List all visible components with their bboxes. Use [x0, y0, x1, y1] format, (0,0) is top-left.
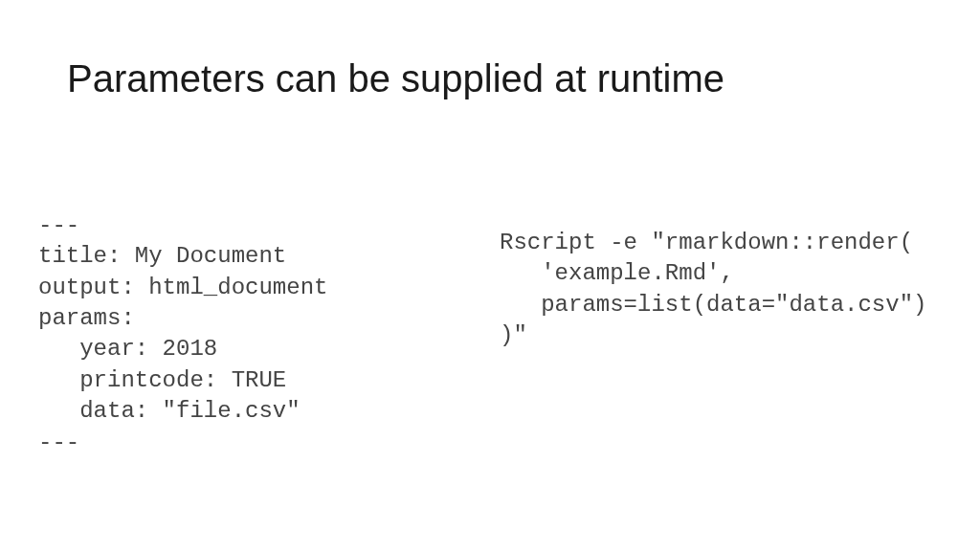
slide-container: Parameters can be supplied at runtime --… — [0, 0, 980, 551]
right-column: Rscript -e "rmarkdown::render( 'example.… — [500, 148, 942, 551]
columns-container: --- title: My Document output: html_docu… — [38, 148, 942, 551]
left-column: --- title: My Document output: html_docu… — [38, 148, 480, 551]
rscript-code-block: Rscript -e "rmarkdown::render( 'example.… — [500, 228, 942, 352]
yaml-code-block: --- title: My Document output: html_docu… — [38, 210, 480, 458]
slide-title: Parameters can be supplied at runtime — [67, 57, 942, 100]
